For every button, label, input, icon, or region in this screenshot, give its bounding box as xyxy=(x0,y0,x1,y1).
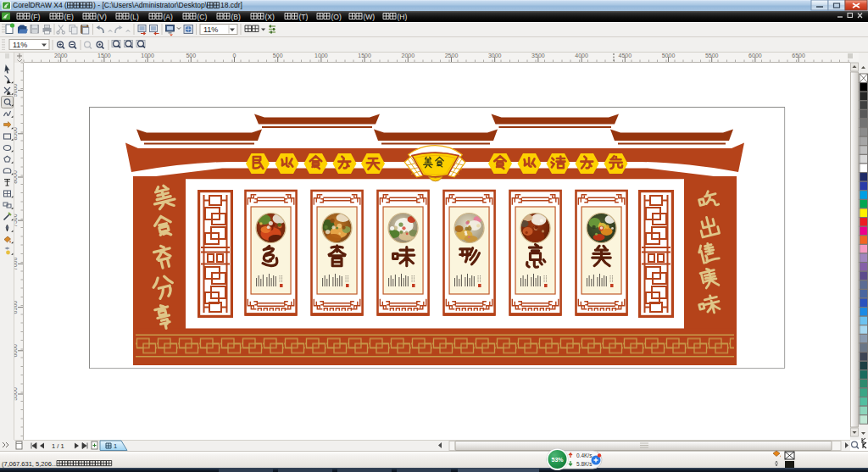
svg-text:5500: 5500 xyxy=(705,53,719,58)
svg-text:500: 500 xyxy=(273,53,283,58)
svg-text:(7,067.631, 5,206....: (7,067.631, 5,206.... xyxy=(2,460,58,468)
svg-text:0: 0 xyxy=(233,53,236,58)
svg-text:2000: 2000 xyxy=(54,53,68,58)
svg-text:(B): (B) xyxy=(231,13,242,21)
svg-text:6500: 6500 xyxy=(792,53,805,58)
svg-text:1 / 1: 1 / 1 xyxy=(52,442,64,450)
svg-text:(W): (W) xyxy=(364,13,376,21)
svg-text:(V): (V) xyxy=(97,13,108,21)
svg-text:5000: 5000 xyxy=(662,53,676,58)
svg-text:(A): (A) xyxy=(164,13,174,21)
svg-text:11%: 11% xyxy=(13,41,27,49)
svg-text:3000: 3000 xyxy=(488,53,502,58)
svg-text:(E): (E) xyxy=(64,13,75,21)
svg-text:(X): (X) xyxy=(265,13,275,21)
svg-text:6000: 6000 xyxy=(748,53,762,58)
svg-text:(C): (C) xyxy=(198,13,208,21)
svg-text:(T): (T) xyxy=(299,13,309,21)
svg-text:2500: 2500 xyxy=(445,53,459,58)
svg-text:3500: 3500 xyxy=(531,53,545,58)
svg-text:1000: 1000 xyxy=(314,53,328,58)
svg-text:4000: 4000 xyxy=(575,53,588,58)
svg-text:0.4K/s: 0.4K/s xyxy=(576,453,593,458)
svg-text:2000: 2000 xyxy=(402,53,415,58)
svg-text:) - [C:\Users\Administrator\De: ) - [C:\Users\Administrator\Desktop\ xyxy=(93,1,208,9)
svg-text:11%: 11% xyxy=(203,25,218,34)
svg-text:5.8K/s: 5.8K/s xyxy=(576,461,593,467)
svg-text:4500: 4500 xyxy=(619,53,632,58)
svg-text:1500: 1500 xyxy=(358,53,371,58)
svg-text:(O): (O) xyxy=(331,13,342,21)
svg-text:500: 500 xyxy=(186,53,196,58)
svg-text:53%: 53% xyxy=(551,457,564,463)
svg-text:18.cdr]: 18.cdr] xyxy=(220,1,242,9)
svg-text:(L): (L) xyxy=(131,13,140,21)
svg-text:(F): (F) xyxy=(31,13,41,21)
svg-text:1000: 1000 xyxy=(141,53,154,58)
svg-text:1: 1 xyxy=(114,442,117,450)
svg-text:(H): (H) xyxy=(398,13,408,21)
svg-text:1500: 1500 xyxy=(97,53,111,58)
svg-text:CorelDRAW X4 (: CorelDRAW X4 ( xyxy=(13,1,67,9)
